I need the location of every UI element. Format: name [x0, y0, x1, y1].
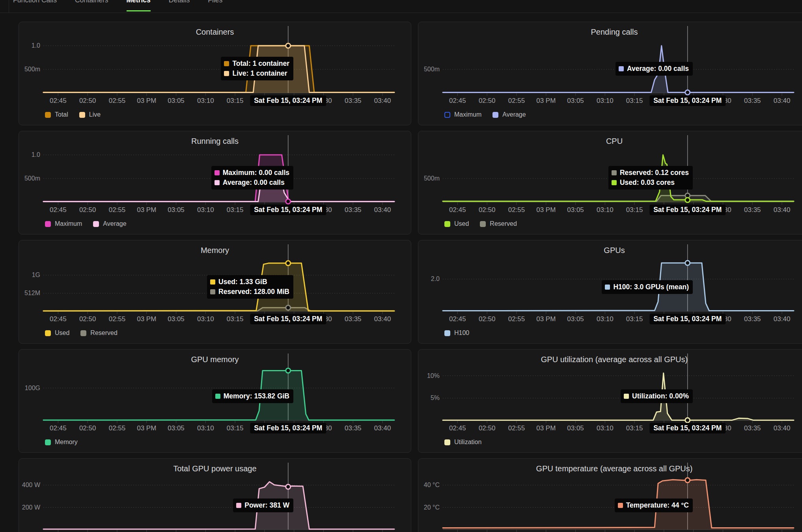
x-tick-label: 03:10	[597, 206, 614, 214]
crosshair-date-tooltip: Sat Feb 15, 03:24 PM	[250, 95, 326, 106]
chart-plot[interactable]	[443, 459, 794, 532]
chart-card-gpu-temperature: GPU temperature (average across all GPUs…	[418, 458, 802, 532]
legend-item-average[interactable]: Average	[93, 220, 126, 227]
tooltip-line: Total: 1 container	[224, 59, 289, 69]
chart-tooltip: Memory: 153.82 GiB	[212, 389, 293, 403]
y-axis-label: 40 °C	[418, 481, 440, 489]
chart-plot[interactable]	[443, 350, 794, 424]
legend-label: Reserved	[90, 329, 117, 337]
legend-item-used[interactable]: Used	[444, 220, 469, 227]
legend-label: Maximum	[454, 111, 481, 118]
tooltip-series-swatch-icon	[612, 180, 617, 185]
legend-item-live[interactable]: Live	[79, 111, 101, 118]
y-axis-label: 200 W	[19, 504, 40, 512]
tooltip-text: Used: 1.33 GiB	[218, 278, 267, 286]
y-axis-label: 400 W	[19, 481, 40, 489]
tabbar-left-border	[9, 0, 9, 13]
legend-item-reserved[interactable]: Reserved	[480, 220, 517, 227]
chart-legend: UsedReserved	[45, 329, 118, 337]
tooltip-line: Live: 1 container	[224, 69, 289, 78]
x-tick-label: 03 PM	[137, 315, 156, 323]
legend-item-memory[interactable]: Memory	[45, 439, 78, 446]
tooltip-line: Reserved: 128.00 MiB	[210, 287, 289, 297]
tab-containers[interactable]: Containers	[75, 0, 108, 11]
crosshair-date-tooltip: Sat Feb 15, 03:24 PM	[649, 423, 726, 433]
tooltip-text: Reserved: 128.00 MiB	[218, 288, 289, 296]
legend-item-reserved[interactable]: Reserved	[80, 329, 117, 337]
x-tick-label: 02:50	[479, 206, 496, 214]
tab-metrics[interactable]: Metrics	[127, 0, 151, 11]
crosshair-date-tooltip: Sat Feb 15, 03:24 PM	[250, 423, 326, 433]
chart-card-gpus: GPUs H100: 3.0 GPUs (mean) 02:4502:5002:…	[418, 240, 802, 344]
x-tick-label: 02:55	[508, 206, 525, 214]
tooltip-series-swatch-icon	[214, 180, 220, 185]
tooltip-text: Maximum: 0.00 calls	[223, 169, 289, 177]
tooltip-text: Memory: 153.82 GiB	[224, 392, 289, 400]
x-tick-label: 03:05	[168, 97, 185, 105]
tooltip-text: Average: 0.00 calls	[627, 65, 689, 73]
tooltip-series-swatch-icon	[214, 170, 220, 175]
tooltip-series-swatch-icon	[224, 71, 229, 76]
legend-swatch-icon	[444, 439, 450, 445]
x-tick-label: 03:40	[374, 315, 391, 323]
tooltip-line: Maximum: 0.00 calls	[214, 168, 289, 178]
chart-plot[interactable]	[443, 240, 794, 314]
tabs: Function Calls Containers Metrics Detail…	[13, 0, 222, 11]
x-axis: 02:4502:5002:5503 PM03:0503:1003:1503:20…	[43, 315, 394, 324]
x-tick-label: 03:35	[744, 97, 761, 105]
tooltip-series-swatch-icon	[624, 394, 629, 399]
tooltip-line: Memory: 153.82 GiB	[215, 391, 289, 401]
legend-item-total[interactable]: Total	[45, 111, 68, 118]
tooltip-text: Reserved: 0.12 cores	[620, 169, 689, 177]
legend-item-h100[interactable]: H100	[444, 329, 469, 337]
x-tick-label: 03:35	[345, 315, 362, 323]
chart-card-memory: Memory Used: 1.33 GiBReserved: 128.00 Mi…	[19, 240, 411, 344]
crosshair-date-tooltip: Sat Feb 15, 03:24 PM	[649, 95, 726, 106]
x-tick-label: 03:15	[227, 97, 244, 105]
legend-item-average[interactable]: Average	[492, 111, 526, 118]
x-tick-label: 03:10	[597, 424, 614, 432]
tooltip-text: H100: 3.0 GPUs (mean)	[613, 283, 689, 291]
tab-function-calls[interactable]: Function Calls	[13, 0, 57, 11]
legend-label: H100	[454, 329, 469, 337]
x-tick-label: 02:55	[109, 97, 126, 105]
x-tick-label: 03:40	[774, 97, 791, 105]
legend-item-utilization[interactable]: Utilization	[444, 439, 481, 446]
tab-files[interactable]: Files	[208, 0, 222, 11]
y-axis-label: 500m	[418, 65, 440, 73]
tab-details[interactable]: Details	[169, 0, 190, 11]
x-tick-label: 02:50	[479, 97, 496, 105]
x-tick-label: 03:40	[774, 424, 791, 432]
x-axis: 02:4502:5002:5503 PM03:0503:1003:1503:20…	[43, 206, 394, 215]
legend-item-maximum[interactable]: Maximum	[45, 220, 82, 227]
chart-plot[interactable]	[43, 22, 394, 96]
tab-bar: Function Calls Containers Metrics Detail…	[0, 0, 802, 13]
x-tick-label: 02:50	[79, 315, 96, 323]
y-axis-label: 1.0	[19, 42, 40, 50]
chart-card-cpu: CPU Reserved: 0.12 coresUsed: 0.03 cores…	[418, 131, 802, 234]
x-tick-label: 03:05	[567, 424, 584, 432]
y-axis-label: 500m	[19, 175, 40, 182]
chart-plot[interactable]	[43, 350, 394, 424]
tooltip-series-swatch-icon	[605, 285, 610, 290]
chart-plot[interactable]	[443, 22, 794, 96]
y-axis-label: 1.0	[19, 151, 40, 159]
x-tick-label: 02:45	[449, 97, 466, 105]
x-tick-label: 03:35	[345, 97, 362, 105]
legend-item-maximum[interactable]: Maximum	[444, 111, 481, 118]
legend-item-used[interactable]: Used	[45, 329, 69, 337]
chart-tooltip: Total: 1 containerLive: 1 container	[221, 57, 293, 80]
tooltip-series-swatch-icon	[210, 289, 215, 294]
x-tick-label: 03 PM	[137, 97, 156, 105]
chart-tooltip: Reserved: 0.12 coresUsed: 0.03 cores	[608, 166, 693, 190]
legend-label: Total	[55, 111, 68, 118]
tooltip-text: Live: 1 container	[232, 69, 287, 78]
tooltip-line: H100: 3.0 GPUs (mean)	[605, 282, 689, 292]
tooltip-line: Utilization: 0.00%	[624, 391, 689, 401]
x-tick-label: 03:35	[345, 424, 362, 432]
tooltip-line: Power: 381 W	[236, 500, 289, 510]
chart-tooltip: Utilization: 0.00%	[621, 389, 693, 403]
chart-plot[interactable]	[43, 459, 394, 532]
tooltip-series-swatch-icon	[224, 61, 229, 66]
y-axis-label: 1G	[19, 271, 40, 279]
